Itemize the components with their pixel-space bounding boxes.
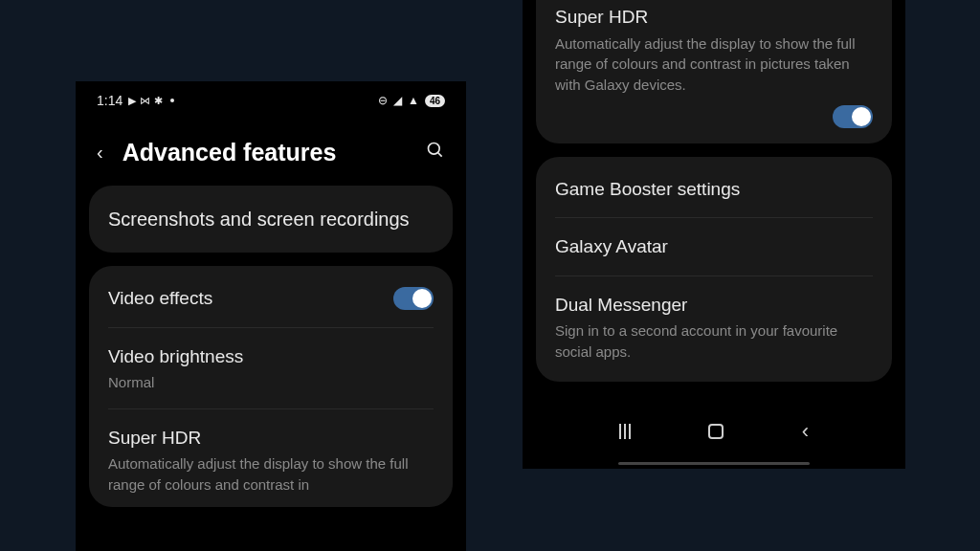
home-icon xyxy=(708,424,724,439)
status-left: 1:14 ▶ ⋈ ✱ xyxy=(97,93,174,108)
card-extras: Game Booster settings Galaxy Avatar Dual… xyxy=(536,157,892,382)
toggle-video-effects[interactable] xyxy=(393,287,434,310)
dnd-icon: ⊖ xyxy=(378,94,388,107)
row-screenshots[interactable]: Screenshots and screen recordings xyxy=(89,189,453,249)
nav-home-button[interactable] xyxy=(708,424,724,439)
page-title: Advanced features xyxy=(122,139,426,166)
back-button[interactable]: ‹ xyxy=(97,142,103,164)
nav-bar: ‹ xyxy=(523,406,905,457)
label-dual-messenger: Dual Messenger xyxy=(555,292,873,319)
row-video-brightness[interactable]: Video brightness Normal xyxy=(89,328,453,408)
status-right: ⊖ ◢ ▲ 46 xyxy=(378,94,445,107)
label-super-hdr-right: Super HDR xyxy=(555,4,873,31)
signal-icon: ▲ xyxy=(408,94,419,107)
status-bar: 1:14 ▶ ⋈ ✱ ⊖ ◢ ▲ 46 xyxy=(76,81,466,116)
page-header: ‹ Advanced features xyxy=(76,116,466,186)
label-galaxy-avatar: Galaxy Avatar xyxy=(555,233,873,260)
search-button[interactable] xyxy=(426,141,445,165)
desc-super-hdr-right: Automatically adjust the display to show… xyxy=(555,33,873,96)
label-video-effects: Video effects xyxy=(108,285,393,312)
youtube-icon: ▶ xyxy=(128,95,136,107)
back-icon: ‹ xyxy=(802,419,809,444)
phone-right-screen: Super HDR Automatically adjust the displ… xyxy=(523,0,905,469)
status-app-icons: ▶ ⋈ ✱ xyxy=(128,95,174,107)
battery-level: 46 xyxy=(425,95,445,107)
row-game-booster[interactable]: Game Booster settings xyxy=(536,161,892,218)
row-super-hdr-left[interactable]: Super HDR Automatically adjust the displ… xyxy=(89,409,453,503)
nav-back-button[interactable]: ‹ xyxy=(802,419,809,444)
recent-icon xyxy=(619,424,631,439)
wifi-icon: ◢ xyxy=(393,94,402,107)
toggle-wrap-hdr xyxy=(536,99,892,143)
label-super-hdr-left: Super HDR xyxy=(108,425,434,452)
card-super-hdr-right: Super HDR Automatically adjust the displ… xyxy=(536,0,892,143)
scroll-handle xyxy=(618,462,810,465)
row-super-hdr-right[interactable]: Super HDR Automatically adjust the displ… xyxy=(536,2,892,99)
svg-point-0 xyxy=(429,143,440,155)
status-time: 1:14 xyxy=(97,93,122,108)
row-galaxy-avatar[interactable]: Galaxy Avatar xyxy=(536,218,892,276)
desc-super-hdr-left: Automatically adjust the display to show… xyxy=(108,453,434,496)
svg-line-1 xyxy=(438,153,442,157)
nav-recent-button[interactable] xyxy=(619,424,631,439)
label-game-booster: Game Booster settings xyxy=(555,176,873,203)
label-video-brightness: Video brightness xyxy=(108,343,434,370)
app-icon-2: ✱ xyxy=(154,95,163,107)
desc-dual-messenger: Sign in to a second account in your favo… xyxy=(555,320,873,363)
card-video: Video effects Video brightness Normal Su… xyxy=(89,266,453,507)
app-icon: ⋈ xyxy=(140,95,150,107)
phone-left-screen: 1:14 ▶ ⋈ ✱ ⊖ ◢ ▲ 46 ‹ Advanced features … xyxy=(76,81,466,551)
label-screenshots: Screenshots and screen recordings xyxy=(108,205,434,233)
value-video-brightness: Normal xyxy=(108,372,434,393)
more-icon xyxy=(170,99,174,102)
row-video-effects[interactable]: Video effects xyxy=(89,270,453,327)
row-dual-messenger[interactable]: Dual Messenger Sign in to a second accou… xyxy=(536,276,892,378)
toggle-super-hdr[interactable] xyxy=(833,105,873,128)
card-screenshots: Screenshots and screen recordings xyxy=(89,186,453,253)
